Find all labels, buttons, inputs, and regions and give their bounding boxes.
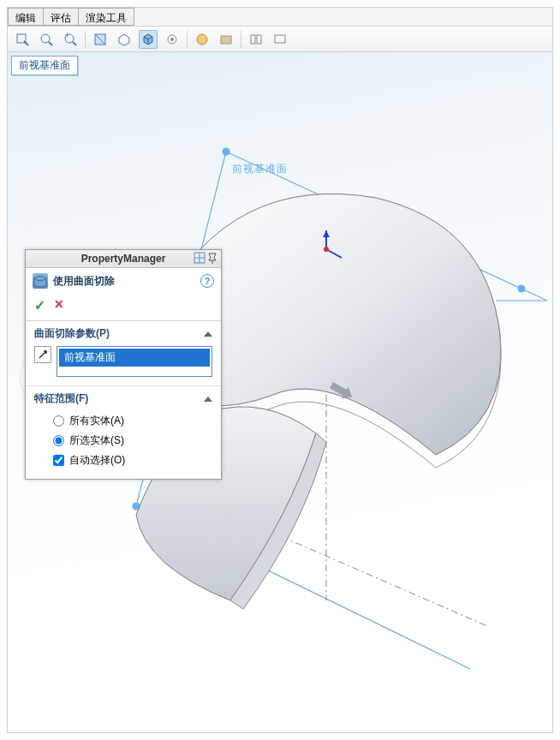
scene-icon[interactable] [217,30,235,49]
appearance-icon[interactable] [193,30,211,49]
confirm-row: ✓ ✕ [26,294,221,321]
radio-all-bodies[interactable]: 所有实体(A) [34,411,212,431]
toolbar-separator [85,31,86,48]
hide-show-icon[interactable] [163,30,182,49]
svg-line-3 [49,42,52,45]
radio-selected-label: 所选实体(S) [69,433,124,448]
cancel-button[interactable]: ✕ [54,297,64,313]
prev-view-icon[interactable] [61,30,80,49]
check-auto-label: 自动选择(O) [69,453,125,468]
feature-name: 使用曲面切除 [53,274,115,289]
ok-button[interactable]: ✓ [34,297,45,313]
cut-with-surface-icon [33,273,48,289]
check-auto-select[interactable]: 自动选择(O) [34,451,212,470]
selected-plane-item[interactable]: 前视基准面 [59,349,210,367]
section-scope-label: 特征范围(F) [34,391,88,406]
feature-header: 使用曲面切除 ? [26,268,221,294]
svg-point-28 [324,247,329,252]
pushpin-icon[interactable] [207,252,217,266]
svg-point-2 [41,34,50,43]
chevron-up-icon [204,331,212,337]
stamp-border-top [0,0,560,12]
radio-all-label: 所有实体(A) [69,414,124,428]
radio-all-input[interactable] [53,415,64,427]
zoom-area-icon[interactable] [37,30,56,49]
radio-selected-input[interactable] [53,435,64,446]
svg-point-10 [197,34,207,45]
section-feature-scope: 特征范围(F) 所有实体(A) 所选实体(S) 自动选择(O) [26,386,221,479]
svg-point-19 [223,148,229,155]
selection-list[interactable]: 前视基准面 [57,346,212,377]
zoom-fit-icon[interactable] [13,30,32,49]
view-orient-icon[interactable] [115,30,134,49]
toolbar-separator [187,31,188,48]
check-auto-input[interactable] [53,455,64,466]
display-style-icon[interactable] [139,30,158,49]
flip-direction-button[interactable] [34,346,51,363]
plane-label: 前视基准面 [232,162,288,176]
svg-rect-11 [221,36,231,44]
svg-point-9 [170,38,174,41]
section-head-params[interactable]: 曲面切除参数(P) [34,326,212,341]
section-view-icon[interactable] [91,30,110,49]
help-icon[interactable]: ? [200,274,214,288]
section-cut-params: 曲面切除参数(P) 前视基准面 [26,321,221,386]
section-params-label: 曲面切除参数(P) [34,326,110,341]
fullscreen-icon[interactable] [271,30,289,49]
radio-selected-bodies[interactable]: 所选实体(S) [34,431,212,451]
stamp-border-bottom [0,728,560,740]
pm-grid-icon[interactable] [194,252,206,266]
chevron-up-icon [204,397,212,402]
svg-point-21 [518,285,525,292]
view-toolbar [8,27,552,52]
svg-rect-14 [275,35,285,43]
svg-rect-13 [257,35,261,44]
pm-title: PropertyManager [26,250,221,268]
property-manager-panel: PropertyManager 使用曲面切除 ? ✓ ✕ 曲面切除参数(P) [25,249,222,480]
toolbar-separator [241,31,241,48]
section-head-scope[interactable]: 特征范围(F) [34,391,212,406]
svg-line-5 [73,42,76,45]
svg-rect-12 [251,35,255,44]
view-settings-icon[interactable] [247,30,265,49]
app-window: 编辑 评估 渲染工具 前视基准面 [7,7,553,733]
stamp-border-right [548,0,560,740]
stamp-border-left [0,0,12,740]
pm-title-text: PropertyManager [81,253,166,265]
